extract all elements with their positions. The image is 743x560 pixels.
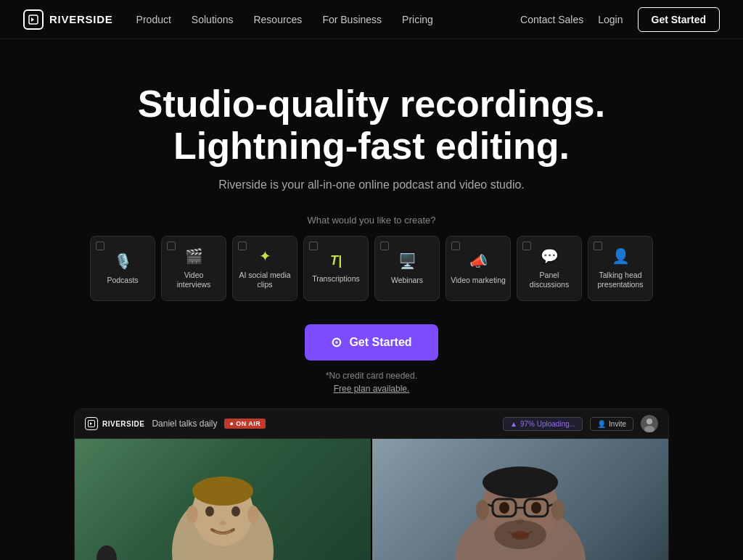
logo-icon bbox=[23, 9, 44, 30]
svg-point-22 bbox=[499, 502, 509, 514]
logo-text: RIVERSIDE bbox=[49, 13, 113, 25]
nav-item-resources[interactable]: Resources bbox=[253, 14, 302, 25]
transcription-icon: T| bbox=[330, 253, 342, 268]
svg-point-23 bbox=[531, 502, 541, 514]
navigation: RIVERSIDE Product Solutions Resources Fo… bbox=[0, 0, 743, 39]
nav-links: Product Solutions Resources For Business… bbox=[136, 14, 520, 25]
card-ai-clips[interactable]: ✦ AI social media clips bbox=[232, 236, 297, 301]
svg-point-3 bbox=[644, 426, 654, 432]
create-card-row: 🎙️ Podcasts 🎬 Video interviews ✦ AI soci… bbox=[90, 236, 653, 301]
card-checkbox-transcriptions bbox=[309, 242, 318, 250]
demo-video-grid bbox=[75, 439, 668, 560]
card-label-webinars: Webinars bbox=[391, 276, 423, 286]
svg-point-12 bbox=[186, 506, 198, 523]
hero-section: Studio-quality recordings. Lightning-fas… bbox=[0, 39, 743, 560]
demo-video-left bbox=[75, 439, 371, 560]
demo-topbar: RIVERSIDE Daniel talks daily ● ON AIR ▲ … bbox=[75, 409, 668, 439]
card-panel-discussions[interactable]: 💬 Panel discussions bbox=[517, 236, 582, 301]
demo-upload-badge: ▲ 97% Uploading... bbox=[503, 417, 583, 431]
nav-right: Contact Sales Login Get Started bbox=[520, 7, 720, 32]
panel-icon: 💬 bbox=[541, 247, 559, 265]
cta-label: Get Started bbox=[349, 336, 411, 349]
svg-point-13 bbox=[247, 506, 259, 523]
card-label-transcriptions: Transcriptions bbox=[312, 274, 360, 284]
svg-point-15 bbox=[97, 545, 117, 560]
nav-item-solutions[interactable]: Solutions bbox=[192, 14, 234, 25]
card-video-interviews[interactable]: 🎬 Video interviews bbox=[161, 236, 226, 301]
hero-subtitle: Riverside is your all-in-one online podc… bbox=[218, 178, 525, 192]
demo-on-air-badge: ● ON AIR bbox=[224, 419, 266, 429]
free-plan-link[interactable]: Free plan available. bbox=[334, 384, 410, 394]
card-checkbox-panel-discussions bbox=[522, 242, 531, 250]
demo-panel: RIVERSIDE Daniel talks daily ● ON AIR ▲ … bbox=[74, 408, 669, 560]
card-checkbox-video-interviews bbox=[167, 242, 176, 250]
card-checkbox-video-marketing bbox=[451, 242, 460, 250]
svg-point-19 bbox=[483, 466, 558, 498]
card-label-panel-discussions: Panel discussions bbox=[522, 271, 577, 290]
login-link[interactable]: Login bbox=[598, 14, 623, 25]
nav-get-started-button[interactable]: Get Started bbox=[638, 7, 720, 32]
contact-sales-link[interactable]: Contact Sales bbox=[520, 14, 583, 25]
card-label-video-marketing: Video marketing bbox=[451, 276, 506, 286]
svg-point-11 bbox=[219, 521, 226, 525]
svg-point-9 bbox=[205, 506, 214, 516]
card-label-talking-head: Talking head presentations bbox=[593, 271, 648, 290]
nav-item-product[interactable]: Product bbox=[136, 14, 171, 25]
card-checkbox-podcasts bbox=[96, 242, 104, 250]
demo-session-name: Daniel talks daily bbox=[152, 419, 217, 429]
ai-clips-icon: ✦ bbox=[259, 247, 271, 265]
card-video-marketing[interactable]: 📣 Video marketing bbox=[446, 236, 511, 301]
webinar-icon: 🖥️ bbox=[398, 252, 416, 270]
invite-icon: 👤 bbox=[597, 420, 606, 428]
demo-invite-button[interactable]: 👤 Invite bbox=[590, 417, 633, 431]
demo-logo-icon bbox=[85, 417, 98, 430]
hero-title-line1: Studio-quality recordings. bbox=[138, 83, 605, 125]
cta-icon: ⊙ bbox=[331, 334, 342, 350]
cta-note: *No credit card needed. bbox=[326, 371, 417, 381]
svg-point-33 bbox=[551, 500, 565, 520]
upload-text: 97% Uploading... bbox=[520, 420, 575, 428]
svg-point-2 bbox=[646, 419, 652, 424]
card-label-podcasts: Podcasts bbox=[107, 276, 138, 286]
upload-icon: ▲ bbox=[510, 420, 517, 428]
demo-user-avatar bbox=[641, 415, 658, 432]
invite-label: Invite bbox=[609, 420, 626, 428]
nav-item-for-business[interactable]: For Business bbox=[322, 14, 382, 25]
hero-title-line2: Lightning-fast editing. bbox=[173, 125, 570, 167]
card-webinars[interactable]: 🖥️ Webinars bbox=[374, 236, 440, 301]
what-create-label: What would you like to create? bbox=[307, 215, 435, 226]
demo-logo-text: RIVERSIDE bbox=[102, 420, 144, 428]
card-podcasts[interactable]: 🎙️ Podcasts bbox=[90, 236, 155, 301]
svg-point-10 bbox=[231, 506, 240, 516]
card-label-video-interviews: Video interviews bbox=[166, 271, 221, 290]
card-checkbox-talking-head bbox=[594, 242, 602, 250]
demo-video-right bbox=[372, 439, 668, 560]
talking-head-icon: 👤 bbox=[612, 247, 630, 265]
demo-topbar-right: ▲ 97% Uploading... 👤 Invite bbox=[503, 415, 658, 432]
get-started-button[interactable]: ⊙ Get Started bbox=[305, 324, 438, 361]
demo-logo: RIVERSIDE bbox=[85, 417, 144, 430]
video-icon: 🎬 bbox=[185, 247, 203, 265]
card-talking-head[interactable]: 👤 Talking head presentations bbox=[588, 236, 653, 301]
svg-point-31 bbox=[512, 531, 529, 540]
card-transcriptions[interactable]: T| Transcriptions bbox=[303, 236, 369, 301]
svg-point-6 bbox=[192, 477, 253, 506]
microphone-icon: 🎙️ bbox=[114, 252, 132, 270]
marketing-icon: 📣 bbox=[469, 252, 488, 270]
nav-item-pricing[interactable]: Pricing bbox=[402, 14, 433, 25]
card-checkbox-webinars bbox=[380, 242, 389, 250]
card-checkbox-ai-clips bbox=[238, 242, 247, 250]
logo[interactable]: RIVERSIDE bbox=[23, 9, 113, 30]
hero-title: Studio-quality recordings. Lightning-fas… bbox=[138, 83, 605, 167]
svg-point-32 bbox=[476, 500, 489, 520]
card-label-ai-clips: AI social media clips bbox=[237, 271, 292, 290]
